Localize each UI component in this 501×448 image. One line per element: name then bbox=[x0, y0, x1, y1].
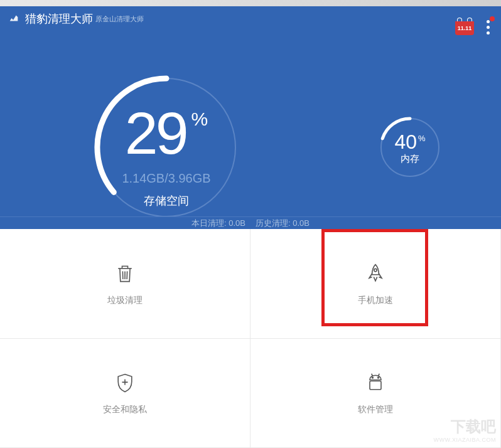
app-logo-icon bbox=[8, 13, 20, 25]
trash-clean-cell[interactable]: 垃圾清理 bbox=[0, 229, 251, 339]
shield-icon bbox=[112, 370, 137, 395]
watermark-url: WWW.XIAZAIBA.COM bbox=[434, 437, 497, 443]
dashboard-top: 猎豹清理大师 原金山清理大师 11.11 29 % bbox=[0, 6, 501, 216]
history-cleaned: 历史清理: 0.0B bbox=[256, 218, 310, 229]
storage-usage-text: 1.14GB/3.96GB bbox=[122, 171, 210, 186]
notification-badge bbox=[490, 16, 495, 21]
memory-label: 内存 bbox=[401, 153, 419, 165]
memory-percent-value: 40 bbox=[394, 132, 417, 152]
svg-point-3 bbox=[372, 377, 374, 378]
watermark-text: 下载吧 bbox=[451, 417, 496, 437]
watermark: 下载吧 WWW.XIAZAIBA.COM bbox=[434, 417, 497, 443]
storage-gauge[interactable]: 29 % 1.14GB/3.96GB 存储空间 bbox=[85, 66, 248, 229]
android-icon bbox=[363, 370, 388, 395]
app-subtitle: 原金山清理大师 bbox=[95, 14, 144, 24]
window-chrome-bar bbox=[0, 0, 501, 6]
phone-boost-cell[interactable]: 手机加速 bbox=[251, 229, 501, 339]
svg-point-2 bbox=[374, 269, 377, 272]
percent-symbol: % bbox=[191, 109, 208, 130]
security-privacy-cell[interactable]: 安全和隐私 bbox=[0, 339, 251, 449]
memory-gauge[interactable]: 40 % 内存 bbox=[375, 113, 444, 182]
action-grid: 垃圾清理 手机加速 安全和隐私 bbox=[0, 229, 501, 448]
today-cleaned: 本日清理: 0.0B bbox=[191, 218, 245, 229]
percent-symbol: % bbox=[418, 134, 426, 143]
svg-point-4 bbox=[378, 377, 379, 378]
security-label: 安全和隐私 bbox=[103, 404, 147, 415]
memory-percent: 40 % bbox=[394, 132, 425, 152]
svg-rect-5 bbox=[370, 381, 381, 390]
stats-bar: 本日清理: 0.0B 历史清理: 0.0B bbox=[0, 216, 501, 229]
apps-label: 软件管理 bbox=[358, 404, 393, 415]
gauges: 29 % 1.14GB/3.96GB 存储空间 40 % 内存 bbox=[0, 31, 501, 207]
app-title: 猎豹清理大师 bbox=[25, 11, 93, 26]
boost-label: 手机加速 bbox=[358, 295, 393, 306]
title-bar: 猎豹清理大师 原金山清理大师 bbox=[0, 6, 501, 31]
storage-label: 存储空间 bbox=[144, 193, 189, 208]
storage-percent-value: 29 bbox=[125, 104, 186, 163]
storage-percent: 29 % bbox=[125, 104, 208, 163]
rocket-icon bbox=[363, 261, 388, 286]
trash-icon bbox=[112, 261, 137, 286]
trash-label: 垃圾清理 bbox=[107, 295, 143, 306]
